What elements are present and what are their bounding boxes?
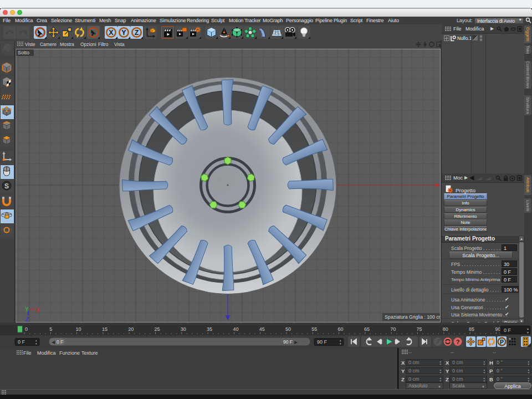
svg-text:0: 0 — [25, 326, 28, 332]
svg-text:▲: ▲ — [526, 327, 529, 330]
svg-text:25: 25 — [155, 326, 160, 332]
svg-text:75: 75 — [417, 326, 422, 332]
svg-text:85: 85 — [469, 326, 474, 332]
svg-text:15: 15 — [102, 326, 108, 332]
svg-text:35: 35 — [207, 326, 212, 332]
svg-text:10: 10 — [76, 326, 81, 332]
svg-text:60: 60 — [338, 326, 344, 332]
svg-text:Z: Z — [135, 29, 139, 37]
svg-text:Spaziatura Griglia : 100 cm: Spaziatura Griglia : 100 cm — [385, 314, 441, 320]
svg-text:30: 30 — [181, 326, 186, 332]
svg-text:40: 40 — [233, 326, 238, 332]
svg-text:P: P — [500, 339, 504, 345]
svg-text:50: 50 — [285, 326, 291, 332]
svg-text:?: ? — [456, 339, 460, 345]
svg-text:▲: ▲ — [339, 339, 341, 342]
svg-text:65: 65 — [364, 326, 370, 332]
svg-text:80: 80 — [443, 326, 448, 332]
svg-text:0 F: 0 F — [18, 339, 25, 345]
svg-text:X: X — [36, 307, 40, 313]
svg-text:90: 90 — [495, 326, 500, 332]
svg-text:0 F: 0 F — [504, 328, 511, 333]
svg-text:▼: ▼ — [526, 331, 529, 334]
svg-text:5: 5 — [49, 326, 52, 332]
svg-text:Y: Y — [121, 29, 126, 37]
svg-text:45: 45 — [259, 326, 265, 332]
svg-text:Sotto: Sotto — [18, 50, 29, 55]
svg-text:▼: ▼ — [339, 342, 341, 345]
svg-text:90 F: 90 F — [283, 339, 293, 345]
svg-text:X: X — [109, 29, 114, 37]
svg-text:◀: ◀ — [52, 340, 55, 345]
svg-text:S: S — [4, 182, 9, 190]
svg-text:20: 20 — [128, 326, 134, 332]
svg-text:▼: ▼ — [35, 342, 37, 345]
svg-text:90 F: 90 F — [317, 339, 328, 345]
svg-text:▶: ▶ — [294, 340, 298, 345]
svg-text:55: 55 — [311, 326, 317, 332]
svg-text:70: 70 — [390, 326, 396, 332]
svg-text:Z: Z — [25, 316, 29, 323]
svg-text:▲: ▲ — [35, 339, 37, 342]
svg-text:0 F: 0 F — [57, 339, 63, 345]
